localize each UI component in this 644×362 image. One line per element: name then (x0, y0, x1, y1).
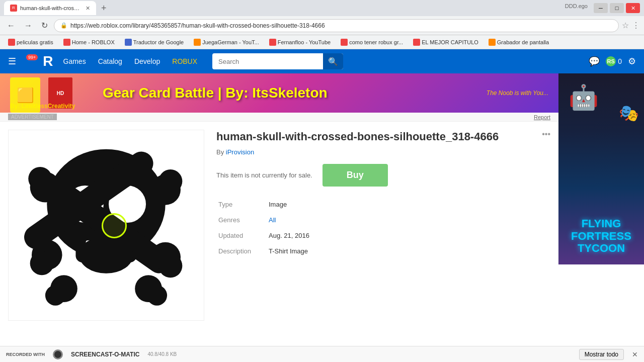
bookmark-label: JuegaGerman - YouT... (202, 39, 259, 45)
svg-point-29 (147, 285, 167, 305)
url-text: https://web.roblox.com/library/485365857… (70, 22, 325, 29)
genres-link[interactable]: All (269, 216, 276, 224)
bottom-bar: RECORDED WITH SCREENCAST-O-MATIC 40.8/40… (0, 346, 644, 362)
bookmark-fernanfloo[interactable]: Fernanfloo - YouTube (265, 38, 335, 47)
tab-close-btn[interactable]: ✕ (86, 5, 90, 12)
sidebar-ad-image[interactable]: 🤖 🎭 FLYINGFORTRESSTYCOON (558, 73, 644, 264)
bookmark-favicon (63, 39, 70, 46)
main-content: By: LimitlessCreativity 🟨 HD Gear Card B… (0, 73, 644, 362)
item-options-menu[interactable]: ••• (542, 130, 550, 139)
bookmarks-bar: peliculas gratis Home - ROBLOX Traductor… (0, 35, 644, 49)
bookmark-label: EL MEJOR CAPITULO (422, 39, 478, 45)
search-bar: 🔍 (212, 53, 343, 69)
mostrar-todo-button[interactable]: Mostrar todo (579, 349, 624, 360)
nav-link-robux[interactable]: ROBUX (172, 57, 197, 65)
bookmark-favicon (125, 39, 132, 46)
nav-link-develop[interactable]: Develop (134, 57, 160, 65)
bookmark-favicon (489, 39, 496, 46)
screencast-icon (53, 349, 63, 359)
tab-title: human-skull-with-crosse... (20, 5, 80, 11)
bookmark-favicon (8, 39, 15, 46)
report-link[interactable]: Report (534, 114, 550, 120)
address-bar[interactable]: 🔒 https://web.roblox.com/library/4853658… (54, 19, 619, 32)
meta-key-description: Description (216, 243, 267, 259)
bookmark-traductor[interactable]: Traductor de Google (121, 38, 188, 47)
bookmark-favicon (341, 39, 348, 46)
nav-link-catalog[interactable]: Catalog (98, 57, 122, 65)
meta-val-type: Image (267, 197, 550, 212)
window-controls: DDD.ego ─ □ ✕ (565, 3, 640, 13)
roblox-logo: R (43, 53, 53, 69)
svg-point-28 (45, 285, 65, 305)
maximize-button[interactable]: □ (610, 3, 624, 13)
meta-key-type: Type (216, 197, 267, 212)
bookmark-grabador[interactable]: Grabador de pantalla (485, 38, 553, 47)
buy-button[interactable]: Buy (323, 164, 388, 187)
nav-link-games[interactable]: Games (63, 57, 86, 65)
sidebar-ad-title: FLYINGFORTRESSTYCOON (571, 218, 631, 254)
bookmark-peliculas[interactable]: peliculas gratis (4, 38, 57, 47)
meta-val-updated: Aug. 21, 2016 (267, 228, 550, 243)
bookmark-mejor-capitulo[interactable]: EL MEJOR CAPITULO (409, 38, 482, 47)
svg-point-16 (30, 251, 54, 275)
search-input[interactable] (212, 58, 323, 65)
screencast-logo: RECORDED WITH (6, 352, 45, 357)
bookmark-robux[interactable]: como tener robux gr... (337, 38, 407, 47)
extensions-button[interactable]: ⋮ (632, 21, 640, 30)
file-size-text: 40.8/40.8 KB (147, 351, 177, 357)
bookmark-favicon (413, 39, 420, 46)
cursor-circle (102, 213, 127, 238)
search-button[interactable]: 🔍 (323, 53, 343, 69)
close-button[interactable]: ✕ (626, 3, 640, 13)
tab-favicon: R (10, 5, 17, 12)
bookmark-label: como tener robux gr... (349, 39, 403, 45)
svg-point-23 (28, 167, 52, 191)
robux-balance: RS 0 (606, 56, 622, 66)
bookmark-favicon (194, 39, 201, 46)
minimize-button[interactable]: ─ (594, 3, 608, 13)
bookmark-juegagerman[interactable]: JuegaGerman - YouT... (190, 38, 263, 47)
chat-icon-button[interactable]: 💬 (589, 56, 600, 67)
right-sidebar: 🤖 🎭 FLYINGFORTRESSTYCOON (558, 73, 644, 362)
settings-icon-button[interactable]: ⚙ (628, 56, 636, 67)
forward-button[interactable]: → (21, 19, 35, 32)
svg-point-18 (158, 169, 182, 193)
lock-icon: 🔒 (60, 22, 67, 29)
meta-val-description: T-Shirt Image (267, 243, 550, 259)
not-for-sale-text: This item is not currently for sale. (216, 171, 312, 179)
bookmark-favicon (269, 39, 276, 46)
meta-val-genres: All (267, 212, 550, 228)
back-button[interactable]: ← (4, 19, 18, 32)
bookmark-home-roblox[interactable]: Home - ROBLOX (59, 38, 119, 47)
item-image-container (8, 130, 204, 321)
ad-character: 🟨 (10, 77, 40, 113)
bookmark-label: Traductor de Google (133, 39, 184, 45)
bookmark-label: Grabador de pantalla (497, 39, 549, 45)
item-title: human-skull-with-crossed-bones-silhouett… (216, 130, 499, 144)
new-tab-button[interactable]: + (98, 3, 110, 14)
roblox-nav-links: Games Catalog Develop ROBUX (63, 57, 198, 65)
meta-key-genres: Genres (216, 212, 267, 228)
notification-badge: 99+ (26, 54, 38, 60)
refresh-button[interactable]: ↻ (38, 19, 51, 32)
browser-titlebar: R human-skull-with-crosse... ✕ + DDD.ego… (0, 0, 644, 16)
robux-count: 0 (618, 57, 622, 65)
bookmark-star-button[interactable]: ☆ (622, 21, 629, 30)
bookmark-label: Fernanfloo - YouTube (278, 39, 331, 45)
nav-right-controls: 💬 RS 0 ⚙ (589, 56, 636, 67)
meta-description-row: Description T-Shirt Image (216, 243, 550, 259)
close-notification-button[interactable]: ✕ (632, 350, 638, 358)
content-area: By: LimitlessCreativity 🟨 HD Gear Card B… (0, 73, 558, 362)
browser-tab[interactable]: R human-skull-with-crosse... ✕ (4, 1, 96, 15)
roblox-navbar: ☰ 99+ R Games Catalog Develop ROBUX 🔍 💬 … (0, 49, 644, 73)
svg-point-21 (158, 254, 182, 278)
sidebar-character2: 🎭 (619, 104, 639, 123)
creator-link[interactable]: iProvision (226, 148, 254, 156)
sidebar-character: 🤖 (569, 83, 599, 112)
hamburger-menu-icon[interactable]: ☰ (8, 56, 16, 67)
bookmark-label: peliculas gratis (17, 39, 53, 45)
item-meta-table: Type Image Genres All Updated Aug. 21, 2… (216, 197, 550, 259)
item-by: By iProvision (216, 148, 550, 156)
advertisement-label: ADVERTISEMENT (8, 114, 57, 120)
item-page: human-skull-with-crossed-bones-silhouett… (0, 122, 558, 329)
